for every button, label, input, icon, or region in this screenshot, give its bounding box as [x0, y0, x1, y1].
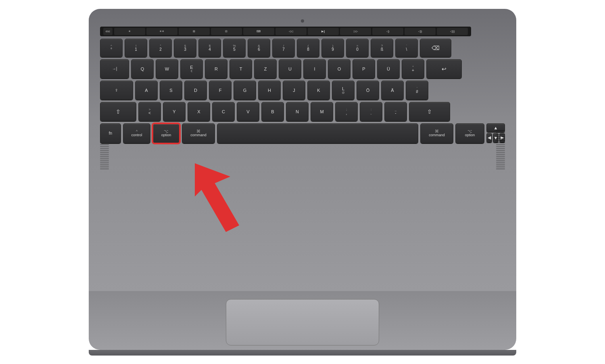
tb-brightness: ☀ [114, 28, 145, 35]
key-s[interactable]: S [160, 81, 182, 100]
key-hash[interactable]: '# [406, 81, 428, 100]
camera-bar [100, 18, 505, 24]
key-f[interactable]: F [209, 81, 232, 100]
key-p[interactable]: P [353, 59, 375, 79]
tb-vol: ◁)) [405, 28, 436, 35]
key-period[interactable]: :. [360, 102, 382, 121]
key-backspace[interactable]: ⌫ [420, 39, 451, 57]
key-k[interactable]: K [307, 81, 330, 100]
key-option-left[interactable]: ⌥ option [152, 123, 180, 144]
tb-prev: ◁◁ [275, 28, 307, 35]
tb-next: ▷▷ [340, 28, 371, 35]
key-8[interactable]: (8 [297, 39, 319, 57]
tb-launchpad: ⊟ [211, 28, 242, 35]
key-control[interactable]: ^ control [123, 123, 150, 144]
key-space[interactable] [217, 123, 418, 144]
key-plus[interactable]: *+ [402, 59, 424, 79]
bottom-row: fn ^ control ⌥ option ⌘ command ⌘ comma [100, 123, 505, 144]
key-l[interactable]: L@ [332, 81, 355, 100]
camera-dot [301, 19, 304, 23]
key-m[interactable]: M [311, 102, 333, 121]
key-0[interactable]: =0 [346, 39, 369, 57]
key-comma[interactable]: ;, [335, 102, 358, 121]
key-backtick[interactable]: `\ [395, 39, 418, 57]
key-a[interactable]: A [135, 81, 158, 100]
key-b[interactable]: B [261, 102, 284, 121]
key-return[interactable]: ↩ [426, 59, 462, 79]
key-z[interactable]: Z [254, 59, 277, 79]
key-7[interactable]: /7 [272, 39, 295, 57]
speaker-right [496, 25, 505, 275]
key-shift-l[interactable]: ⇧ [100, 102, 136, 121]
key-c[interactable]: C [212, 102, 235, 121]
key-fn[interactable]: fn [100, 123, 121, 144]
key-grave[interactable]: ^° [100, 39, 123, 57]
key-ae[interactable]: Ä [381, 81, 404, 100]
laptop-container: esc ☀ ☀☀ ⊞ ⊟ ⌨ ◁◁ ▶‖ ▷▷ ◁) ◁)) ◁))) ^° [81, 9, 524, 356]
key-9[interactable]: )9 [321, 39, 344, 57]
key-x[interactable]: X [188, 102, 210, 121]
key-y[interactable]: Y [163, 102, 186, 121]
key-ss[interactable]: ?ß [371, 39, 393, 57]
key-command-right[interactable]: ⌘ command [420, 123, 453, 144]
key-h[interactable]: H [258, 81, 281, 100]
key-angle[interactable]: >< [138, 102, 161, 121]
key-4[interactable]: $4 [198, 39, 221, 57]
tb-mission: ⊞ [179, 28, 210, 35]
key-v[interactable]: V [237, 102, 259, 121]
key-oe[interactable]: Ö [357, 81, 379, 100]
key-6[interactable]: &6 [248, 39, 270, 57]
key-arrow-left[interactable]: ◀ [486, 133, 492, 143]
key-1[interactable]: !1 [125, 39, 147, 57]
key-u[interactable]: U [279, 59, 301, 79]
key-3[interactable]: §3 [174, 39, 196, 57]
laptop-base [89, 350, 516, 356]
key-caps[interactable]: ⇪ [100, 81, 133, 100]
touch-bar: esc ☀ ☀☀ ⊞ ⊟ ⌨ ◁◁ ▶‖ ▷▷ ◁) ◁)) ◁))) [100, 27, 471, 36]
key-w[interactable]: W [156, 59, 178, 79]
key-minus[interactable]: _- [384, 102, 407, 121]
key-2[interactable]: "2 [149, 39, 172, 57]
key-5[interactable]: %5 [223, 39, 246, 57]
key-option-right[interactable]: ⌥ option [455, 123, 484, 144]
qwerty-row: →| Q W E€ R T Z U I O P Ü *+ ↩ [100, 59, 505, 79]
keyboard-area: ^° !1 "2 §3 $4 %5 &6 [100, 39, 505, 283]
key-e[interactable]: E€ [180, 59, 203, 79]
key-i[interactable]: I [303, 59, 326, 79]
key-q[interactable]: Q [131, 59, 154, 79]
tb-brightness2: ☀☀ [146, 28, 177, 35]
laptop-body: esc ☀ ☀☀ ⊞ ⊟ ⌨ ◁◁ ▶‖ ▷▷ ◁) ◁)) ◁))) ^° [89, 9, 516, 291]
trackpad-area [89, 291, 516, 350]
key-command-left[interactable]: ⌘ command [182, 123, 215, 144]
tb-kbd: ⌨ [243, 28, 274, 35]
tb-vol2: ◁))) [437, 28, 468, 35]
tb-mute: ◁) [372, 28, 403, 35]
key-j[interactable]: J [283, 81, 305, 100]
key-d[interactable]: D [184, 81, 207, 100]
number-row: ^° !1 "2 §3 $4 %5 &6 [100, 39, 505, 57]
key-ue[interactable]: Ü [377, 59, 400, 79]
tb-play: ▶‖ [308, 28, 339, 35]
key-g[interactable]: G [234, 81, 256, 100]
key-n[interactable]: N [286, 102, 309, 121]
key-r[interactable]: R [205, 59, 227, 79]
zxcv-row: ⇧ >< Y X C V B N M ;, :. _- [100, 102, 505, 121]
asdf-row: ⇪ A S D F G H J K L@ Ö Ä '# [100, 81, 505, 100]
key-shift-r[interactable]: ⇧ [409, 102, 450, 121]
key-tab[interactable]: →| [100, 59, 129, 79]
trackpad[interactable] [226, 299, 379, 345]
key-o[interactable]: O [328, 59, 350, 79]
key-t[interactable]: T [229, 59, 252, 79]
